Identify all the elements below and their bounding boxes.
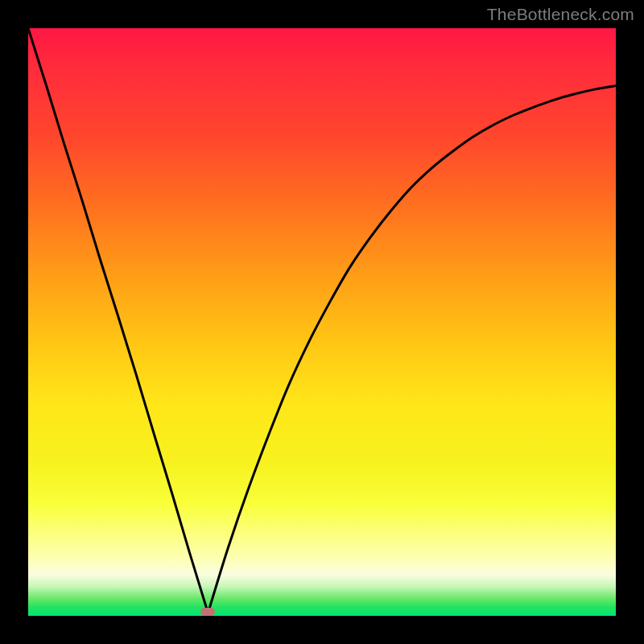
watermark-text: TheBottleneck.com <box>487 5 634 24</box>
bottleneck-curve <box>28 28 616 616</box>
optimum-marker <box>200 608 215 616</box>
chart-frame: TheBottleneck.com <box>0 0 644 644</box>
gradient-plot-area <box>28 28 616 616</box>
curve-path <box>28 28 616 613</box>
